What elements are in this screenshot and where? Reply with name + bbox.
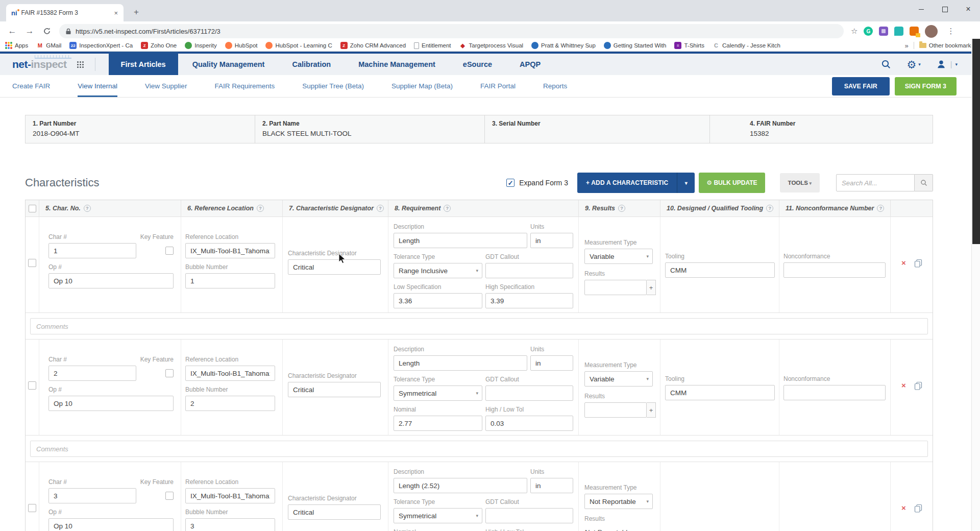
tolerance-type-select[interactable]: Symmetrical (394, 508, 482, 523)
add-characteristic-dropdown-button[interactable] (677, 173, 695, 193)
bookmark-hubspot-learning-c[interactable]: HubSpot - Learning C (265, 42, 332, 49)
new-tab-button[interactable] (130, 6, 142, 18)
bubble-number-input[interactable] (185, 396, 275, 411)
app-launcher-grid-icon[interactable] (77, 61, 84, 68)
address-bar[interactable]: https://v5.net-inspect.com/FirstArticles… (59, 24, 844, 38)
units-input[interactable] (530, 478, 573, 493)
copy-row-button[interactable] (914, 381, 922, 390)
bookmark-getting-started-with[interactable]: Getting Started With (604, 42, 667, 49)
bookmark-zoho-one[interactable]: ZZoho One (141, 42, 177, 49)
comments-input[interactable] (30, 441, 928, 457)
op-number-input[interactable] (48, 518, 174, 531)
window-minimize-button[interactable] (910, 0, 933, 18)
tab-close-icon[interactable]: × (112, 9, 119, 17)
browser-tab[interactable]: ni FAIR #15382 Form 3 × (6, 4, 124, 21)
bookmark-apps[interactable]: Apps (5, 42, 28, 49)
results-input[interactable] (584, 280, 647, 295)
bookmark-entitlement[interactable]: Entitlement (414, 42, 451, 49)
subnav-view-internal[interactable]: View Internal (78, 75, 117, 97)
subnav-supplier-tree-beta[interactable]: Supplier Tree (Beta) (302, 75, 364, 97)
reference-location-input[interactable] (185, 243, 275, 258)
help-icon[interactable] (766, 205, 773, 212)
help-icon[interactable] (877, 205, 884, 212)
tools-button[interactable]: TOOLS (780, 173, 820, 192)
net-inspect-logo[interactable]: net-inspect (12, 54, 69, 75)
help-icon[interactable] (377, 205, 384, 212)
subnav-fair-requirements[interactable]: FAIR Requirements (214, 75, 275, 97)
op-number-input[interactable] (48, 273, 174, 288)
measurement-type-select[interactable]: Variable (584, 371, 653, 387)
units-input[interactable] (530, 233, 573, 248)
char-number-input[interactable] (48, 243, 136, 258)
bookmark-t-shirts[interactable]: ≡T-Shirts (674, 42, 704, 49)
expand-form3-checkbox[interactable] (506, 179, 514, 187)
bookmark-pratt-whittney-sup[interactable]: Pratt & Whittney Sup (531, 42, 596, 49)
bubble-number-input[interactable] (185, 518, 275, 531)
tolerance-type-select[interactable]: Symmetrical (394, 385, 482, 401)
bookmark-inspectionxpert-ca[interactable]: 22InspectionXpert - Ca (69, 42, 133, 49)
copy-row-button[interactable] (914, 504, 922, 513)
select-all-checkbox[interactable] (29, 205, 36, 212)
subnav-create-fair[interactable]: Create FAIR (12, 75, 50, 97)
window-maximize-button[interactable] (933, 0, 957, 18)
nav-calibration[interactable]: Calibration (292, 54, 331, 75)
gdt-callout-input[interactable] (485, 263, 573, 278)
delete-row-button[interactable] (901, 381, 906, 390)
delete-row-button[interactable] (901, 504, 906, 512)
bubble-number-input[interactable] (185, 273, 275, 288)
high-specification-input[interactable] (485, 293, 573, 308)
nav-esource[interactable]: eSource (463, 54, 492, 75)
key-feature-checkbox[interactable] (165, 369, 174, 377)
search-button[interactable] (915, 174, 933, 191)
low-specification-input[interactable] (394, 293, 482, 308)
row-select-checkbox[interactable] (28, 259, 36, 267)
help-icon[interactable] (257, 205, 264, 212)
other-bookmarks[interactable]: Other bookmarks (919, 42, 974, 49)
nav-quality-management[interactable]: Quality Management (192, 54, 265, 75)
settings-gear-icon[interactable]: ⚙ (906, 59, 920, 70)
add-result-button[interactable] (647, 280, 656, 295)
characteristic-designator-input[interactable] (288, 504, 381, 520)
delete-row-button[interactable] (901, 259, 906, 267)
subnav-fair-portal[interactable]: FAIR Portal (480, 75, 516, 97)
nav-apqp[interactable]: APQP (520, 54, 541, 75)
bookmark-zoho-crm-advanced[interactable]: ZZoho CRM Advanced (340, 42, 406, 49)
nav-first-articles[interactable]: First Articles (109, 52, 178, 75)
scrollbar-thumb[interactable] (972, 39, 980, 244)
help-icon[interactable] (444, 205, 451, 212)
results-input[interactable] (584, 402, 647, 418)
measurement-type-select[interactable]: Variable (584, 249, 653, 264)
tooling-input[interactable] (665, 385, 775, 400)
gdt-callout-input[interactable] (485, 385, 573, 401)
help-icon[interactable] (84, 205, 91, 212)
bulk-update-button[interactable]: BULK UPDATE (699, 173, 765, 193)
reference-location-input[interactable] (185, 366, 275, 381)
sign-form-3-button[interactable]: SIGN FORM 3 (895, 77, 957, 95)
back-icon[interactable]: ← (5, 24, 19, 38)
search-all-input[interactable] (836, 174, 915, 191)
user-account-icon[interactable]: | (936, 59, 958, 69)
description-input[interactable] (394, 355, 527, 371)
bookmark-gmail[interactable]: MGMail (36, 42, 61, 49)
gdt-callout-input[interactable] (485, 508, 573, 523)
units-input[interactable] (530, 355, 573, 371)
nonconformance-input[interactable] (783, 385, 886, 400)
characteristic-designator-input[interactable] (288, 259, 381, 275)
subnav-reports[interactable]: Reports (543, 75, 567, 97)
tooling-input[interactable] (665, 262, 775, 278)
key-feature-checkbox[interactable] (165, 247, 174, 255)
row-select-checkbox[interactable] (28, 381, 36, 390)
row-select-checkbox[interactable] (28, 504, 36, 512)
browser-menu-icon[interactable] (944, 27, 958, 36)
profile-avatar[interactable] (925, 25, 938, 38)
key-feature-checkbox[interactable] (165, 492, 174, 500)
characteristic-designator-input[interactable] (288, 382, 381, 397)
save-fair-button[interactable]: SAVE FAIR (832, 77, 890, 95)
char-number-input[interactable] (48, 488, 136, 503)
page-scrollbar[interactable] (971, 39, 980, 531)
window-close-button[interactable] (957, 0, 980, 18)
search-icon[interactable] (881, 59, 891, 69)
tolerance-type-select[interactable]: Range Inclusive (394, 263, 482, 278)
chat-extension-icon[interactable] (894, 27, 903, 36)
nominal-input[interactable] (394, 416, 482, 431)
